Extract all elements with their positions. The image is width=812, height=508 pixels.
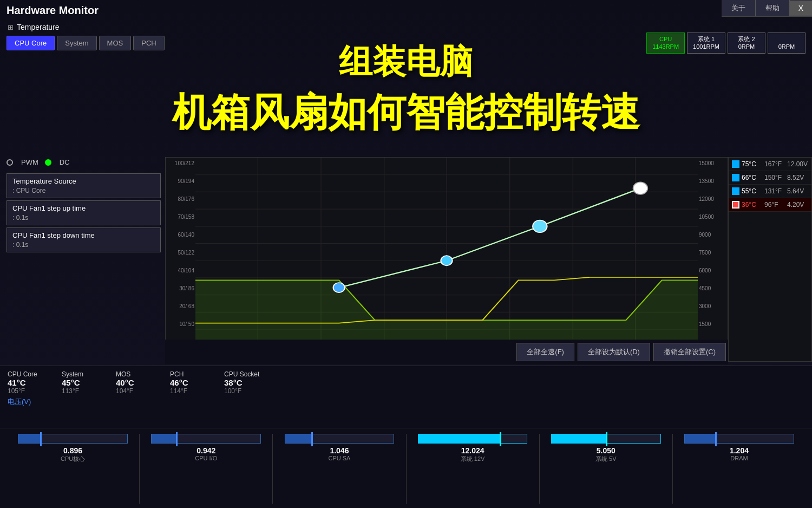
action-buttons-row: 全部全速(F) 全部设为默认(D) 撤销全部设置(C) bbox=[165, 340, 728, 364]
temp-v-4: 4.20V bbox=[787, 201, 804, 209]
volt-name-cpu-sa: CPU SA bbox=[328, 455, 350, 461]
top-bar: 关于 帮助 X bbox=[722, 0, 812, 17]
step-down-label: CPU Fan1 step down time bbox=[12, 231, 155, 239]
dc-label[interactable]: DC bbox=[60, 158, 70, 166]
sensor-cpu-socket: CPU Socket 38°C 100°F bbox=[224, 370, 267, 395]
chart-main bbox=[195, 158, 698, 348]
fan-rpm-4[interactable]: 0RPM bbox=[768, 32, 806, 54]
fan-rpm-cpu[interactable]: CPU1143RPM bbox=[646, 32, 685, 54]
volt-name-sys-12v: 系统 12V bbox=[461, 455, 485, 463]
temp-c-1: 75°C bbox=[742, 160, 762, 168]
volt-name-cpu-core: CPU核心 bbox=[61, 455, 85, 463]
voltage-sys-12v: 12.024 系统 12V bbox=[407, 434, 540, 504]
set-default-button[interactable]: 全部设为默认(D) bbox=[578, 343, 650, 361]
volt-val-dram: 1.204 bbox=[730, 446, 749, 455]
step-up-value: : 0.1s bbox=[12, 214, 155, 222]
temp-indicator-1 bbox=[732, 160, 739, 168]
sensor-area: CPU Core 41°C 105°F System 45°C 113°F MO… bbox=[0, 366, 812, 428]
chart-area: 100/212 90/194 80/176 70/158 60/140 50/1… bbox=[165, 157, 728, 362]
temp-c-4: 36°C bbox=[742, 201, 762, 209]
temp-c-2: 66°C bbox=[742, 174, 762, 181]
voltage-dram: 1.204 DRAM bbox=[673, 434, 806, 504]
temp-indicator-2 bbox=[732, 174, 739, 181]
svg-point-21 bbox=[633, 182, 648, 194]
temp-row-4: 36°C 96°F 4.20V bbox=[729, 198, 811, 212]
temp-v-2: 8.52V bbox=[787, 174, 804, 181]
step-down-value: : 0.1s bbox=[12, 241, 155, 249]
volt-fill-dram bbox=[685, 434, 715, 443]
volt-name-dram: DRAM bbox=[730, 455, 748, 461]
help-button[interactable]: 帮助 bbox=[756, 0, 790, 16]
full-speed-button[interactable]: 全部全速(F) bbox=[516, 343, 574, 361]
fan-rpm-sys2[interactable]: 系统 20RPM bbox=[728, 32, 765, 54]
cancel-all-button[interactable]: 撤销全部设置(C) bbox=[653, 343, 726, 361]
volt-val-cpu-core: 0.896 bbox=[63, 446, 82, 455]
volt-fill-cpu-io bbox=[152, 434, 175, 443]
chart-svg bbox=[195, 158, 698, 348]
sensor-system: System 45°C 113°F bbox=[62, 370, 105, 395]
svg-point-19 bbox=[441, 256, 452, 265]
pwm-radio[interactable] bbox=[6, 159, 13, 166]
volt-val-cpu-io: 0.942 bbox=[197, 446, 215, 455]
temp-c-3: 55°C bbox=[742, 187, 762, 195]
voltage-bars-container: 0.896 CPU核心 0.942 CPU I/O 1.046 CPU SA bbox=[6, 434, 806, 504]
sensor-row: CPU Core 41°C 105°F System 45°C 113°F MO… bbox=[8, 370, 804, 395]
dc-radio[interactable] bbox=[45, 159, 51, 166]
volt-name-cpu-io: CPU I/O bbox=[195, 455, 217, 461]
chart-y-left: 100/212 90/194 80/176 70/158 60/140 50/1… bbox=[166, 158, 195, 348]
temp-v-3: 5.64V bbox=[787, 187, 804, 195]
volt-name-sys-5v: 系统 5V bbox=[595, 455, 617, 463]
temperature-header: ⊞ Temperature bbox=[8, 23, 60, 31]
tab-pch[interactable]: PCH bbox=[133, 36, 164, 50]
tab-cpu-core[interactable]: CPU Core bbox=[6, 36, 55, 50]
temp-row-2: 66°C 150°F 8.52V bbox=[729, 171, 811, 185]
left-panel: Temperature Source : CPU Core CPU Fan1 s… bbox=[6, 173, 161, 255]
voltage-area: 0.896 CPU核心 0.942 CPU I/O 1.046 CPU SA bbox=[0, 428, 812, 508]
voltage-cpu-core: 0.896 CPU核心 bbox=[6, 434, 140, 504]
temp-row-1: 75°C 167°F 12.00V bbox=[729, 158, 811, 171]
temp-v-1: 12.00V bbox=[787, 160, 808, 168]
temp-source-label: Temperature Source bbox=[12, 177, 155, 185]
close-button[interactable]: X bbox=[790, 1, 812, 16]
sensor-cpu-core: CPU Core 41°C 105°F bbox=[8, 370, 51, 395]
volt-val-cpu-sa: 1.046 bbox=[330, 446, 349, 455]
volt-val-sys-5v: 5.050 bbox=[597, 446, 615, 455]
voltage-cpu-io: 0.942 CPU I/O bbox=[140, 434, 273, 504]
temp-f-3: 131°F bbox=[764, 187, 785, 195]
temp-source-box[interactable]: Temperature Source : CPU Core bbox=[6, 173, 161, 198]
about-button[interactable]: 关于 bbox=[722, 0, 756, 16]
fan-rpm-sys1[interactable]: 系统 11001RPM bbox=[687, 32, 725, 54]
right-temp-panel: 75°C 167°F 12.00V 66°C 150°F 8.52V 55°C … bbox=[728, 157, 812, 362]
tab-mos[interactable]: MOS bbox=[99, 36, 132, 50]
step-down-box[interactable]: CPU Fan1 step down time : 0.1s bbox=[6, 227, 161, 252]
temp-f-1: 167°F bbox=[764, 160, 785, 168]
temp-source-value: : CPU Core bbox=[12, 187, 155, 194]
step-up-box[interactable]: CPU Fan1 step up time : 0.1s bbox=[6, 200, 161, 225]
voltage-cpu-sa: 1.046 CPU SA bbox=[273, 434, 406, 504]
tab-system[interactable]: System bbox=[57, 36, 96, 50]
volt-fill-sys-12v bbox=[418, 434, 500, 443]
sensor-mos: MOS 40°C 104°F bbox=[116, 370, 159, 395]
temp-f-4: 96°F bbox=[764, 201, 785, 209]
temp-f-2: 150°F bbox=[764, 174, 785, 181]
temp-label: Temperature bbox=[17, 23, 60, 31]
voltage-sys-5v: 5.050 系统 5V bbox=[540, 434, 673, 504]
fan-tabs-row: CPU Core System MOS PCH CPU1143RPM 系统 11… bbox=[6, 32, 806, 54]
temp-indicator-3 bbox=[732, 187, 739, 195]
app-title: Hardware Monitor bbox=[6, 4, 99, 17]
volt-fill-cpu-core bbox=[18, 434, 40, 443]
volt-fill-cpu-sa bbox=[285, 434, 311, 443]
temp-indicator-4 bbox=[732, 201, 739, 209]
volt-fill-sys-5v bbox=[552, 434, 606, 443]
temp-icon: ⊞ bbox=[8, 23, 14, 31]
sensor-pch: PCH 46°C 114°F bbox=[170, 370, 213, 395]
svg-point-20 bbox=[533, 220, 547, 232]
temp-row-3: 55°C 131°F 5.64V bbox=[729, 185, 811, 198]
voltage-label: 电压(V) bbox=[8, 397, 804, 407]
chart-y-right: 15000 13500 12000 10500 9000 7500 6000 4… bbox=[698, 158, 728, 348]
volt-val-sys-12v: 12.024 bbox=[461, 446, 484, 455]
pwm-label[interactable]: PWM bbox=[21, 158, 38, 166]
svg-point-18 bbox=[333, 283, 345, 292]
pwm-dc-row: PWM DC bbox=[6, 158, 70, 166]
step-up-label: CPU Fan1 step up time bbox=[12, 204, 155, 212]
